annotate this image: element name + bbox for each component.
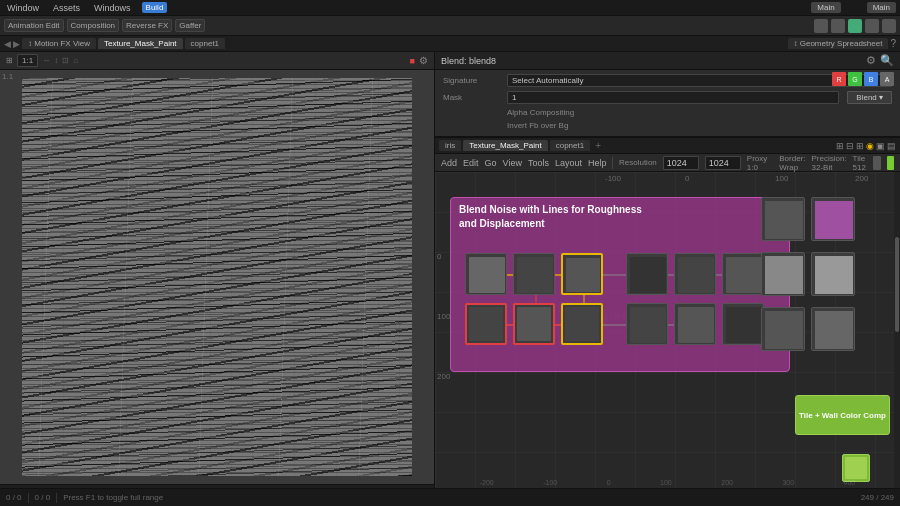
toolbar-gaffer[interactable]: Gaffer <box>175 19 205 32</box>
toolbar-reverse[interactable]: Reverse FX <box>122 19 172 32</box>
ext-node-a[interactable] <box>761 197 805 241</box>
gear-icon[interactable]: ⚙ <box>866 54 876 67</box>
mini-node-1[interactable] <box>465 253 507 295</box>
invert-fb-row: Invert Fb over Bg <box>443 121 892 130</box>
node-thumb-icon[interactable]: ◉ <box>866 141 874 151</box>
scroll-thumb-v[interactable] <box>895 237 899 332</box>
ruler-0-v: 0 <box>437 252 441 261</box>
mask-value[interactable]: 1 <box>507 91 839 104</box>
node-layout-icon[interactable]: ⊟ <box>846 141 854 151</box>
ext-node-b[interactable] <box>811 197 855 241</box>
status-sep-2 <box>56 493 57 503</box>
toolbar-animation[interactable]: Animation Edit <box>4 19 64 32</box>
ext-node-f[interactable] <box>811 307 855 351</box>
border-label[interactable]: Border: Wrap <box>779 154 805 172</box>
tool-icon-5[interactable] <box>882 19 896 33</box>
tab-iris[interactable]: iris <box>439 140 461 151</box>
tab-copnet1-top[interactable]: copnet1 <box>185 38 225 49</box>
ne-view[interactable]: View <box>503 158 522 168</box>
invert-fb-label[interactable]: Invert Fb over Bg <box>507 121 568 130</box>
ne-tools[interactable]: Tools <box>528 158 549 168</box>
status-bar: 0 / 0 0 / 0 Press F1 to toggle full rang… <box>0 488 900 506</box>
viewport-settings[interactable]: ⚙ <box>419 55 428 66</box>
tab-texture-mask-paint[interactable]: Texture_Mask_Paint <box>463 140 547 151</box>
node-filter-icon[interactable]: ▤ <box>887 141 896 151</box>
ext-node-d[interactable] <box>811 252 855 296</box>
ext-node-c[interactable] <box>761 252 805 296</box>
channel-indicators: R G B A <box>832 72 894 86</box>
window-menu[interactable]: Window <box>4 3 42 13</box>
tab-copnet1[interactable]: copnet1 <box>550 140 590 151</box>
toolbar-composition[interactable]: Composition <box>67 19 119 32</box>
viewport-icon: ⊞ <box>6 56 13 65</box>
mini-node-7[interactable] <box>626 253 668 295</box>
viewport-color-icon[interactable]: ■ <box>410 56 415 66</box>
assets-menu[interactable]: Assets <box>50 3 83 13</box>
node-editor-tabs: iris Texture_Mask_Paint copnet1 + ⊞ ⊟ ⊞ … <box>435 138 900 154</box>
arrow-right-icon[interactable]: ▶ <box>13 39 20 49</box>
tab-geometry-spreadsheet[interactable]: ↕ Geometry Spreadsheet <box>788 38 889 49</box>
signature-label: Signature <box>443 76 503 85</box>
channel-r[interactable]: R <box>832 72 846 86</box>
node-canvas[interactable]: CONFIDENTIAL WIRELAW 0 100 200 -100 0 10… <box>435 172 900 490</box>
main-badge[interactable]: Main <box>811 2 840 13</box>
ext-node-e[interactable] <box>761 307 805 351</box>
scroll-bar-v[interactable] <box>894 172 900 490</box>
ruler-100-v: 100 <box>437 312 450 321</box>
mini-node-9[interactable] <box>722 253 764 295</box>
main-badge-right[interactable]: Main <box>867 2 896 13</box>
status-sep-1 <box>28 493 29 503</box>
channel-g[interactable]: G <box>848 72 862 86</box>
ne-help[interactable]: Help <box>588 158 607 168</box>
viewport-fit[interactable]: ⊡ <box>62 56 69 65</box>
res-w-field[interactable] <box>663 156 699 170</box>
node-snap-icon[interactable]: ⊞ <box>836 141 844 151</box>
viewport-home[interactable]: ⌂ <box>73 56 78 65</box>
mini-node-5[interactable] <box>513 303 555 345</box>
mini-node-3[interactable] <box>561 253 603 295</box>
help-icon[interactable]: ? <box>890 38 896 49</box>
ne-thumb-2 <box>887 156 894 170</box>
viewport-flip-v[interactable]: ↕ <box>54 56 58 65</box>
precision-label[interactable]: Precision: 32-Bit <box>811 154 846 172</box>
mini-node-11[interactable] <box>674 303 716 345</box>
search-icon[interactable]: 🔍 <box>880 54 894 67</box>
ne-add[interactable]: Add <box>441 158 457 168</box>
tab-row1: ◀ ▶ ↕ Motion FX View Texture_Mask_Paint … <box>0 36 900 52</box>
proxy-label[interactable]: Proxy 1:0 <box>747 154 767 172</box>
tool-icon-4[interactable] <box>865 19 879 33</box>
toolbar-row: Animation Edit Composition Reverse FX Ga… <box>0 16 900 36</box>
viewport-zoom[interactable]: 1:1 <box>17 54 38 67</box>
mini-node-6[interactable] <box>561 303 603 345</box>
tab-add[interactable]: + <box>592 140 604 151</box>
mini-node-10[interactable] <box>626 303 668 345</box>
channel-b[interactable]: B <box>864 72 878 86</box>
windows-menu[interactable]: Windows <box>91 3 134 13</box>
blend-noise-frame[interactable]: Blend Noise with Lines for Roughness and… <box>450 197 790 372</box>
tool-icon-3[interactable] <box>848 19 862 33</box>
tile-wall-color-node[interactable]: Tile + Wall Color Comp <box>795 395 890 435</box>
tile-size-label[interactable]: Tile 512 <box>853 154 868 172</box>
arrow-left-icon[interactable]: ◀ <box>4 39 11 49</box>
mini-node-8[interactable] <box>674 253 716 295</box>
build-badge[interactable]: Build <box>142 2 168 13</box>
tool-icon-1[interactable] <box>814 19 828 33</box>
node-color-icon[interactable]: ▣ <box>876 141 885 151</box>
viewport-flip-h[interactable]: ↔ <box>42 56 50 65</box>
mini-node-4[interactable] <box>465 303 507 345</box>
ne-layout[interactable]: Layout <box>555 158 582 168</box>
mini-node-2[interactable] <box>513 253 555 295</box>
mini-node-12[interactable] <box>722 303 764 345</box>
tool-icon-2[interactable] <box>831 19 845 33</box>
viewport-header: ⊞ 1:1 ↔ ↕ ⊡ ⌂ ■ ⚙ <box>0 52 434 70</box>
tab-motion-fview[interactable]: ↕ Motion FX View <box>22 38 96 49</box>
channel-a[interactable]: A <box>880 72 894 86</box>
ne-go[interactable]: Go <box>485 158 497 168</box>
node-grid-icon[interactable]: ⊞ <box>856 141 864 151</box>
ne-edit[interactable]: Edit <box>463 158 479 168</box>
mask-dropdown[interactable]: Blend ▾ <box>847 91 892 104</box>
res-h-field[interactable] <box>705 156 741 170</box>
small-node-below[interactable] <box>842 454 870 482</box>
tab-texture-mask-paint-top[interactable]: Texture_Mask_Paint <box>98 38 182 49</box>
alpha-compositing-label[interactable]: Alpha Compositing <box>507 108 574 117</box>
